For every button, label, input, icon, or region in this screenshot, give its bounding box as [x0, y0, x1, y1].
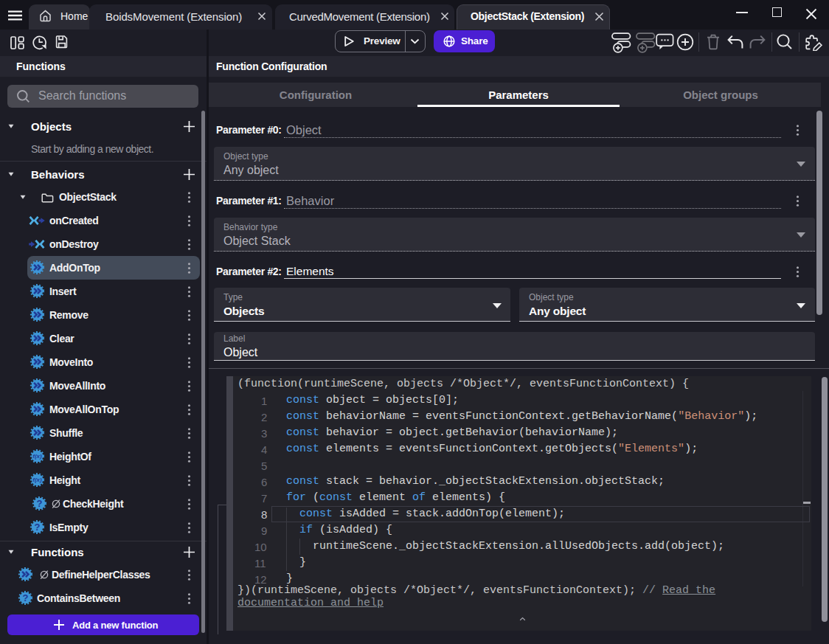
- svg-text:?: ?: [37, 498, 43, 509]
- svg-text:f(x): f(x): [32, 477, 42, 483]
- svg-text:?: ?: [35, 522, 41, 533]
- svg-text:?: ?: [23, 592, 29, 603]
- svg-text:f(x): f(x): [32, 453, 42, 460]
